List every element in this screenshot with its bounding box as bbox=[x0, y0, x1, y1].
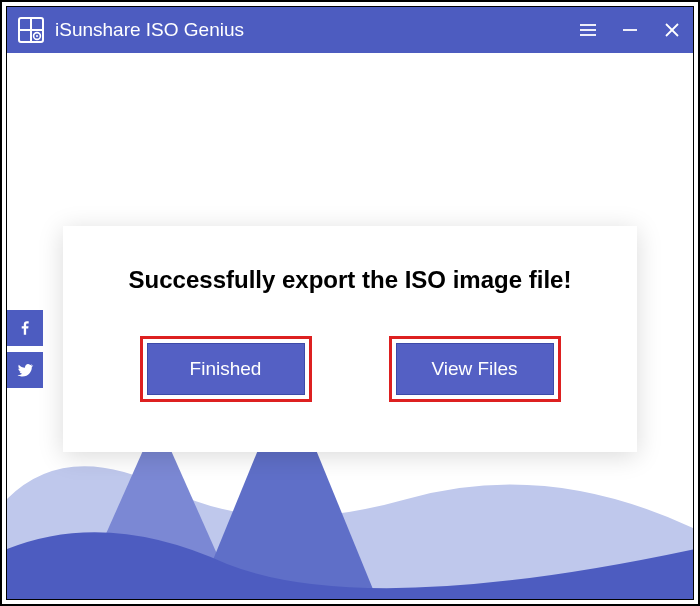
social-sidebar bbox=[7, 310, 43, 388]
titlebar: iSunshare ISO Genius bbox=[7, 7, 693, 53]
view-files-button-highlight: View Files bbox=[389, 336, 561, 402]
view-files-button[interactable]: View Files bbox=[396, 343, 554, 395]
svg-point-4 bbox=[36, 35, 38, 37]
success-dialog: Successfully export the ISO image file! … bbox=[63, 226, 637, 452]
twitter-icon[interactable] bbox=[7, 352, 43, 388]
finished-button[interactable]: Finished bbox=[147, 343, 305, 395]
app-window: iSunshare ISO Genius bbox=[6, 6, 694, 600]
titlebar-controls bbox=[577, 19, 683, 41]
app-title: iSunshare ISO Genius bbox=[55, 19, 577, 41]
facebook-icon[interactable] bbox=[7, 310, 43, 346]
finished-button-highlight: Finished bbox=[140, 336, 312, 402]
minimize-icon[interactable] bbox=[619, 19, 641, 41]
app-logo-icon bbox=[17, 16, 45, 44]
close-icon[interactable] bbox=[661, 19, 683, 41]
dialog-message: Successfully export the ISO image file! bbox=[111, 266, 589, 294]
dialog-actions: Finished View Files bbox=[111, 336, 589, 402]
content-area: Successfully export the ISO image file! … bbox=[7, 53, 693, 599]
hamburger-menu-icon[interactable] bbox=[577, 19, 599, 41]
